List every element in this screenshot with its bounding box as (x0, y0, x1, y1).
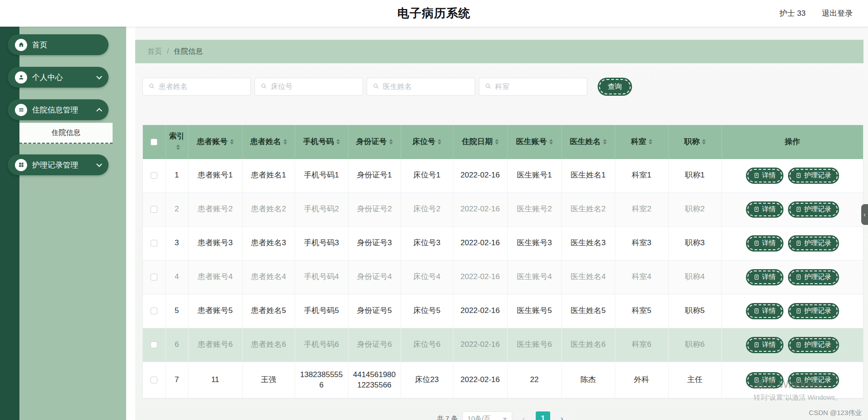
sort-icons[interactable] (389, 137, 393, 146)
nursing-record-button[interactable]: 护理记录 (789, 271, 838, 284)
sidebar-item-nursing-record-mgmt[interactable]: 护理记录管理 (8, 154, 108, 175)
table-cell: 2022-02-16 (453, 226, 507, 260)
row-checkbox[interactable] (151, 341, 157, 348)
sidebar-item-label: 护理记录管理 (32, 160, 78, 170)
next-page-button[interactable]: › (555, 411, 569, 420)
table-cell: 手机号码1 (295, 159, 348, 192)
row-actions-cell: 详情护理记录 (722, 159, 863, 192)
bed-number-input[interactable] (271, 83, 357, 91)
row-checkbox[interactable] (151, 308, 157, 314)
table-row: 1患者账号1患者姓名1手机号码1身份证号1床位号12022-02-16医生账号1… (143, 159, 863, 192)
row-checkbox[interactable] (151, 377, 157, 383)
table-cell: 科室4 (615, 260, 668, 294)
table-cell: 医生账号5 (507, 294, 561, 328)
patient-name-input[interactable] (159, 83, 245, 91)
sort-icons[interactable] (336, 137, 340, 146)
column-header-5[interactable]: 床位号 (401, 125, 453, 159)
logout-link[interactable]: 退出登录 (822, 8, 853, 19)
page-number-button[interactable]: 1 (536, 411, 550, 420)
sidebar-item-label: 个人中心 (32, 72, 63, 83)
table-cell: 6 (165, 328, 188, 362)
row-actions-cell: 详情护理记录 (722, 226, 863, 260)
table-cell: 2022-02-16 (453, 294, 507, 328)
document-icon (754, 308, 760, 314)
page-title: 电子病历系统 (397, 5, 471, 21)
document-icon (754, 274, 760, 280)
table-cell: 医生姓名4 (561, 260, 615, 294)
sidebar-item-hospitalization-mgmt[interactable]: 住院信息管理 (8, 99, 108, 120)
column-header-2[interactable]: 患者姓名 (242, 125, 295, 159)
watermark-line2: 转到“设置”以激活 Windows。 (754, 393, 842, 402)
table-cell: 医生账号4 (507, 260, 561, 294)
detail-button[interactable]: 详情 (747, 304, 782, 318)
sort-icons[interactable] (230, 137, 234, 146)
collapse-panel-tab[interactable]: ‹ (861, 204, 868, 225)
nursing-record-button[interactable]: 护理记录 (789, 304, 838, 318)
document-icon (754, 206, 760, 212)
detail-button[interactable]: 详情 (747, 271, 782, 284)
nursing-record-button[interactable]: 护理记录 (789, 237, 838, 250)
prev-page-button[interactable]: ‹ (517, 411, 531, 420)
table-cell: 患者账号4 (188, 260, 242, 294)
main-content: 首页 / 住院信息 (126, 27, 868, 420)
column-header-7[interactable]: 医生账号 (507, 125, 561, 159)
table-cell: 手机号码2 (295, 192, 348, 226)
detail-button[interactable]: 详情 (747, 203, 782, 216)
nursing-record-button[interactable]: 护理记录 (789, 203, 838, 216)
sort-icons[interactable] (603, 137, 607, 146)
document-icon (796, 240, 802, 246)
sort-icons[interactable] (495, 137, 499, 146)
table-cell: 2022-02-16 (453, 192, 507, 226)
table-cell: 医生姓名6 (561, 328, 615, 362)
table-cell: 医生姓名2 (561, 192, 615, 226)
breadcrumb-home[interactable]: 首页 (147, 47, 162, 56)
row-select-cell (143, 362, 165, 398)
nursing-record-button[interactable]: 护理记录 (789, 169, 838, 182)
column-header-0[interactable]: 索引 (165, 125, 188, 159)
column-header-9[interactable]: 科室 (615, 125, 668, 159)
table-cell: 科室1 (615, 159, 668, 192)
detail-button[interactable]: 详情 (747, 338, 782, 352)
search-button[interactable]: 查询 (599, 79, 631, 94)
document-icon (796, 342, 802, 348)
sidebar-item-personal-center[interactable]: 个人中心 (8, 67, 108, 88)
sort-icons[interactable] (702, 137, 706, 146)
chevron-left-icon: ‹ (863, 211, 866, 218)
table-row: 3患者账号3患者姓名3手机号码3身份证号3床位号32022-02-16医生账号3… (143, 226, 863, 260)
table-cell: 患者姓名3 (242, 226, 295, 260)
row-checkbox[interactable] (151, 206, 157, 213)
table-cell: 职称3 (668, 226, 722, 260)
column-header-1[interactable]: 患者账号 (188, 125, 242, 159)
sort-icons[interactable] (549, 137, 553, 146)
row-checkbox[interactable] (151, 240, 157, 247)
row-actions-cell: 详情护理记录 (722, 294, 863, 328)
column-header-10[interactable]: 职称 (668, 125, 722, 159)
sort-icons[interactable] (283, 137, 287, 146)
column-header-4[interactable]: 身份证号 (348, 125, 401, 159)
department-input[interactable] (495, 83, 581, 91)
sidebar-item-home[interactable]: 首页 (8, 34, 108, 55)
select-all-checkbox[interactable] (151, 139, 157, 145)
table-cell: 医生姓名3 (561, 226, 615, 260)
table-row: 2患者账号2患者姓名2手机号码2身份证号2床位号22022-02-16医生账号2… (143, 192, 863, 226)
table-cell: 身份证号4 (348, 260, 401, 294)
sort-icons[interactable] (438, 137, 441, 146)
sort-icons[interactable] (176, 143, 180, 152)
row-select-cell (143, 294, 165, 328)
nursing-record-button[interactable]: 护理记录 (789, 338, 838, 352)
sidebar-subitem-hospitalization-info[interactable]: 住院信息 (19, 123, 113, 144)
column-header-8[interactable]: 医生姓名 (561, 125, 615, 159)
detail-button[interactable]: 详情 (747, 237, 782, 250)
row-checkbox[interactable] (151, 172, 157, 179)
user-icon (15, 71, 27, 84)
row-checkbox[interactable] (151, 274, 157, 280)
page-size-select[interactable]: 10条/页 (462, 411, 512, 420)
detail-button[interactable]: 详情 (747, 169, 782, 182)
table-cell: 职称1 (668, 159, 722, 192)
doctor-name-input[interactable] (383, 83, 469, 91)
column-header-3[interactable]: 手机号码 (295, 125, 348, 159)
sort-icons[interactable] (649, 137, 652, 146)
column-header-6[interactable]: 住院日期 (453, 125, 507, 159)
table-cell: 2 (165, 192, 188, 226)
pagination: 共 7 条 10条/页 ‹ 1 › (142, 411, 863, 420)
